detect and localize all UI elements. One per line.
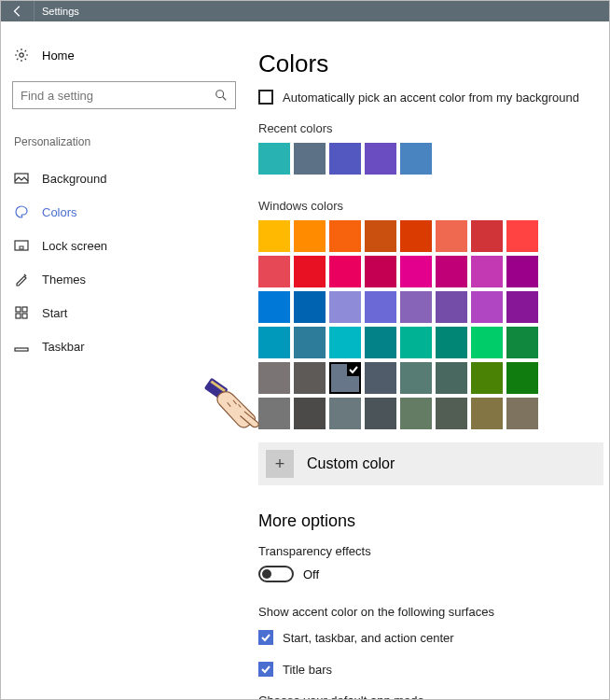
surface1-row[interactable]: Start, taskbar, and action center [258, 630, 598, 645]
windows-color-swatch[interactable] [506, 398, 538, 429]
windows-color-swatch[interactable] [436, 398, 467, 429]
windows-color-swatch[interactable] [471, 362, 503, 394]
transparency-toggle[interactable] [258, 566, 294, 582]
recent-color-swatch[interactable] [400, 143, 432, 175]
palette-icon [14, 204, 29, 219]
auto-pick-label: Automatically pick an accent color from … [283, 91, 579, 105]
windows-color-swatch[interactable] [258, 362, 290, 394]
windows-color-swatch[interactable] [436, 256, 467, 287]
windows-color-swatch[interactable] [400, 398, 432, 429]
auto-pick-row[interactable]: Automatically pick an accent color from … [258, 90, 598, 105]
sidebar-item-colors[interactable]: Colors [12, 195, 236, 229]
windows-color-swatch[interactable] [506, 291, 538, 323]
windows-color-swatch[interactable] [258, 291, 290, 323]
windows-color-swatch[interactable] [471, 256, 503, 287]
windows-color-swatch[interactable] [436, 327, 467, 358]
checkmark-icon [348, 364, 359, 375]
windows-color-swatch[interactable] [471, 291, 503, 323]
windows-color-swatch[interactable] [258, 256, 290, 287]
svg-rect-10 [15, 348, 28, 351]
search-field[interactable] [21, 89, 215, 103]
arrow-left-icon [11, 5, 24, 18]
windows-color-swatch[interactable] [506, 220, 538, 252]
home-label: Home [42, 49, 75, 63]
windows-color-swatch[interactable] [258, 327, 290, 358]
windows-color-swatch[interactable] [365, 327, 396, 358]
home-button[interactable]: Home [12, 44, 236, 66]
auto-pick-checkbox[interactable] [258, 90, 273, 105]
svg-point-1 [216, 91, 224, 98]
windows-color-swatch[interactable] [400, 220, 432, 252]
windows-color-swatch[interactable] [400, 291, 432, 323]
recent-color-swatch[interactable] [365, 143, 396, 175]
windows-color-swatch[interactable] [365, 220, 396, 252]
sidebar-item-themes[interactable]: Themes [12, 262, 236, 296]
windows-color-swatch[interactable] [365, 362, 396, 394]
sidebar-item-label: Colors [42, 205, 77, 219]
plus-icon: + [266, 450, 294, 478]
recent-color-swatch[interactable] [329, 143, 361, 175]
windows-color-swatch[interactable] [329, 291, 361, 323]
svg-rect-7 [22, 307, 27, 312]
windows-color-swatch[interactable] [329, 398, 361, 429]
windows-color-swatch[interactable] [436, 291, 467, 323]
svg-rect-6 [16, 307, 21, 312]
app-title: Settings [35, 6, 79, 17]
windows-color-swatch[interactable] [400, 362, 432, 394]
back-button[interactable] [1, 1, 35, 21]
sidebar-item-background[interactable]: Background [12, 161, 236, 195]
windows-colors-grid [258, 220, 546, 429]
checkmark-icon [260, 632, 271, 643]
windows-color-swatch[interactable] [471, 327, 503, 358]
windows-color-swatch[interactable] [365, 291, 396, 323]
windows-color-swatch[interactable] [400, 256, 432, 287]
windows-color-swatch[interactable] [294, 220, 326, 252]
start-icon [14, 305, 29, 320]
search-input[interactable] [12, 81, 236, 109]
recent-color-swatch[interactable] [294, 143, 326, 175]
windows-color-swatch[interactable] [258, 398, 290, 429]
surface2-row[interactable]: Title bars [258, 662, 598, 677]
windows-color-swatch[interactable] [365, 256, 396, 287]
sidebar-item-lockscreen[interactable]: Lock screen [12, 229, 236, 262]
windows-color-swatch[interactable] [436, 362, 467, 394]
windows-color-swatch[interactable] [506, 327, 538, 358]
windows-color-swatch[interactable] [365, 398, 396, 429]
custom-color-button[interactable]: + Custom color [258, 442, 603, 485]
windows-color-swatch[interactable] [329, 362, 361, 394]
windows-color-swatch[interactable] [471, 398, 503, 429]
windows-color-swatch[interactable] [506, 362, 538, 394]
surface2-checkbox[interactable] [258, 662, 273, 677]
svg-rect-8 [16, 314, 21, 318]
windows-color-swatch[interactable] [258, 220, 290, 252]
windows-color-swatch[interactable] [506, 256, 538, 287]
svg-point-0 [20, 53, 23, 57]
taskbar-icon [14, 339, 29, 354]
sidebar-item-taskbar[interactable]: Taskbar [12, 329, 236, 363]
windows-color-swatch[interactable] [400, 327, 432, 358]
svg-rect-3 [15, 174, 28, 183]
windows-color-swatch[interactable] [471, 220, 503, 252]
windows-color-swatch[interactable] [294, 362, 326, 394]
transparency-state: Off [303, 567, 319, 581]
checkmark-icon [260, 664, 271, 675]
sidebar-item-label: Taskbar [42, 340, 85, 354]
windows-color-swatch[interactable] [294, 327, 326, 358]
windows-color-swatch[interactable] [294, 291, 326, 323]
surface1-label: Start, taskbar, and action center [283, 631, 454, 645]
windows-color-swatch[interactable] [329, 220, 361, 252]
windows-color-swatch[interactable] [329, 327, 361, 358]
svg-rect-5 [20, 246, 23, 249]
recent-color-swatch[interactable] [258, 143, 290, 175]
windows-color-swatch[interactable] [329, 256, 361, 287]
sidebar: Home Personalization Background Colors L… [1, 21, 247, 699]
sidebar-item-start[interactable]: Start [12, 296, 236, 329]
surface1-checkbox[interactable] [258, 630, 273, 645]
windows-color-swatch[interactable] [294, 398, 326, 429]
windows-colors-label: Windows colors [258, 199, 598, 213]
main-panel: Colors Automatically pick an accent colo… [247, 21, 609, 699]
sidebar-item-label: Lock screen [42, 239, 107, 253]
lockscreen-icon [14, 238, 29, 253]
windows-color-swatch[interactable] [294, 256, 326, 287]
windows-color-swatch[interactable] [436, 220, 467, 252]
